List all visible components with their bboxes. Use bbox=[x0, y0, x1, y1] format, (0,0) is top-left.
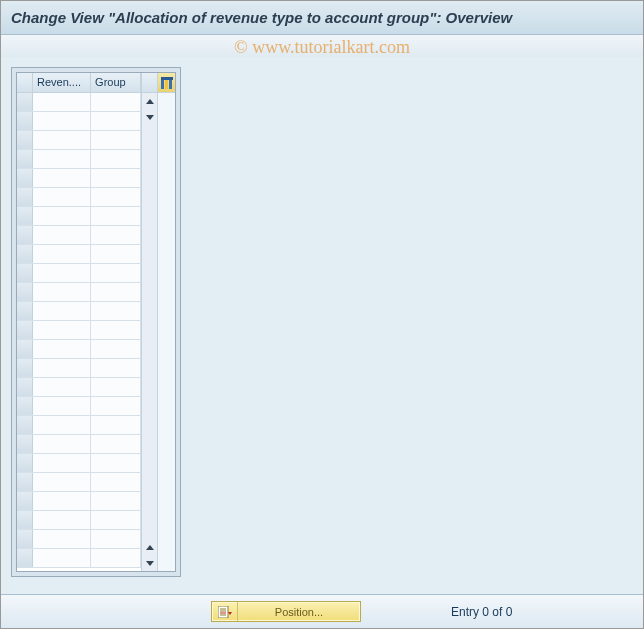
row-selector[interactable] bbox=[17, 169, 33, 187]
cell-revenue[interactable] bbox=[33, 549, 91, 567]
cell-revenue[interactable] bbox=[33, 454, 91, 472]
scroll-down-button[interactable] bbox=[142, 109, 157, 125]
cell-revenue[interactable] bbox=[33, 112, 91, 130]
row-selector[interactable] bbox=[17, 530, 33, 548]
cell-group[interactable] bbox=[91, 397, 141, 415]
cell-group[interactable] bbox=[91, 207, 141, 225]
cell-revenue[interactable] bbox=[33, 321, 91, 339]
cell-group[interactable] bbox=[91, 283, 141, 301]
cell-revenue[interactable] bbox=[33, 283, 91, 301]
cell-group[interactable] bbox=[91, 549, 141, 567]
row-selector[interactable] bbox=[17, 359, 33, 377]
cell-group[interactable] bbox=[91, 150, 141, 168]
row-selector[interactable] bbox=[17, 416, 33, 434]
cell-revenue[interactable] bbox=[33, 492, 91, 510]
cell-group[interactable] bbox=[91, 169, 141, 187]
table-row bbox=[17, 397, 141, 416]
cell-revenue[interactable] bbox=[33, 93, 91, 111]
scroll-up-button[interactable] bbox=[142, 93, 157, 109]
cell-group[interactable] bbox=[91, 340, 141, 358]
cell-revenue[interactable] bbox=[33, 264, 91, 282]
table-row bbox=[17, 340, 141, 359]
cell-revenue[interactable] bbox=[33, 245, 91, 263]
vertical-scrollbar[interactable] bbox=[141, 73, 157, 571]
row-selector[interactable] bbox=[17, 454, 33, 472]
cell-group[interactable] bbox=[91, 131, 141, 149]
row-selector[interactable] bbox=[17, 112, 33, 130]
table-row bbox=[17, 188, 141, 207]
row-selector[interactable] bbox=[17, 131, 33, 149]
cell-group[interactable] bbox=[91, 378, 141, 396]
cell-revenue[interactable] bbox=[33, 511, 91, 529]
row-selector[interactable] bbox=[17, 93, 33, 111]
row-selector[interactable] bbox=[17, 473, 33, 491]
row-selector[interactable] bbox=[17, 397, 33, 415]
table-row bbox=[17, 492, 141, 511]
row-selector[interactable] bbox=[17, 321, 33, 339]
table-row bbox=[17, 93, 141, 112]
table-settings-button[interactable] bbox=[158, 73, 175, 93]
position-button[interactable]: Position... bbox=[211, 601, 361, 622]
row-selector[interactable] bbox=[17, 245, 33, 263]
table-row bbox=[17, 207, 141, 226]
cell-revenue[interactable] bbox=[33, 169, 91, 187]
row-selector[interactable] bbox=[17, 435, 33, 453]
cell-group[interactable] bbox=[91, 302, 141, 320]
row-selector[interactable] bbox=[17, 378, 33, 396]
row-selector[interactable] bbox=[17, 264, 33, 282]
cell-revenue[interactable] bbox=[33, 188, 91, 206]
row-selector[interactable] bbox=[17, 207, 33, 225]
cell-group[interactable] bbox=[91, 226, 141, 244]
row-selector[interactable] bbox=[17, 340, 33, 358]
grid-header-row: Reven.... Group bbox=[17, 73, 141, 93]
row-selector[interactable] bbox=[17, 549, 33, 567]
cell-revenue[interactable] bbox=[33, 416, 91, 434]
cell-group[interactable] bbox=[91, 188, 141, 206]
cell-revenue[interactable] bbox=[33, 435, 91, 453]
select-all-handle[interactable] bbox=[17, 73, 33, 92]
cell-group[interactable] bbox=[91, 245, 141, 263]
cell-revenue[interactable] bbox=[33, 226, 91, 244]
column-header-group[interactable]: Group bbox=[91, 73, 141, 92]
cell-group[interactable] bbox=[91, 321, 141, 339]
cell-group[interactable] bbox=[91, 511, 141, 529]
cell-group[interactable] bbox=[91, 435, 141, 453]
table-row bbox=[17, 435, 141, 454]
cell-revenue[interactable] bbox=[33, 302, 91, 320]
cell-group[interactable] bbox=[91, 359, 141, 377]
cell-group[interactable] bbox=[91, 530, 141, 548]
cell-group[interactable] bbox=[91, 473, 141, 491]
row-selector[interactable] bbox=[17, 302, 33, 320]
table-row bbox=[17, 511, 141, 530]
row-selector[interactable] bbox=[17, 283, 33, 301]
column-header-revenue[interactable]: Reven.... bbox=[33, 73, 91, 92]
cell-group[interactable] bbox=[91, 454, 141, 472]
cell-revenue[interactable] bbox=[33, 473, 91, 491]
row-selector[interactable] bbox=[17, 226, 33, 244]
scroll-up-button-2[interactable] bbox=[142, 539, 157, 555]
row-selector[interactable] bbox=[17, 150, 33, 168]
row-selector[interactable] bbox=[17, 511, 33, 529]
cell-revenue[interactable] bbox=[33, 397, 91, 415]
table-row bbox=[17, 454, 141, 473]
cell-revenue[interactable] bbox=[33, 340, 91, 358]
table-row bbox=[17, 112, 141, 131]
table-row bbox=[17, 359, 141, 378]
scroll-track[interactable] bbox=[142, 125, 157, 539]
cell-revenue[interactable] bbox=[33, 150, 91, 168]
cell-revenue[interactable] bbox=[33, 207, 91, 225]
cell-group[interactable] bbox=[91, 492, 141, 510]
scroll-down-button-2[interactable] bbox=[142, 555, 157, 571]
cell-group[interactable] bbox=[91, 93, 141, 111]
cell-group[interactable] bbox=[91, 264, 141, 282]
cell-revenue[interactable] bbox=[33, 131, 91, 149]
cell-revenue[interactable] bbox=[33, 378, 91, 396]
cell-group[interactable] bbox=[91, 416, 141, 434]
row-selector[interactable] bbox=[17, 188, 33, 206]
cell-revenue[interactable] bbox=[33, 530, 91, 548]
row-selector[interactable] bbox=[17, 492, 33, 510]
window-title: Change View "Allocation of revenue type … bbox=[1, 1, 643, 35]
table-row bbox=[17, 549, 141, 568]
cell-revenue[interactable] bbox=[33, 359, 91, 377]
cell-group[interactable] bbox=[91, 112, 141, 130]
